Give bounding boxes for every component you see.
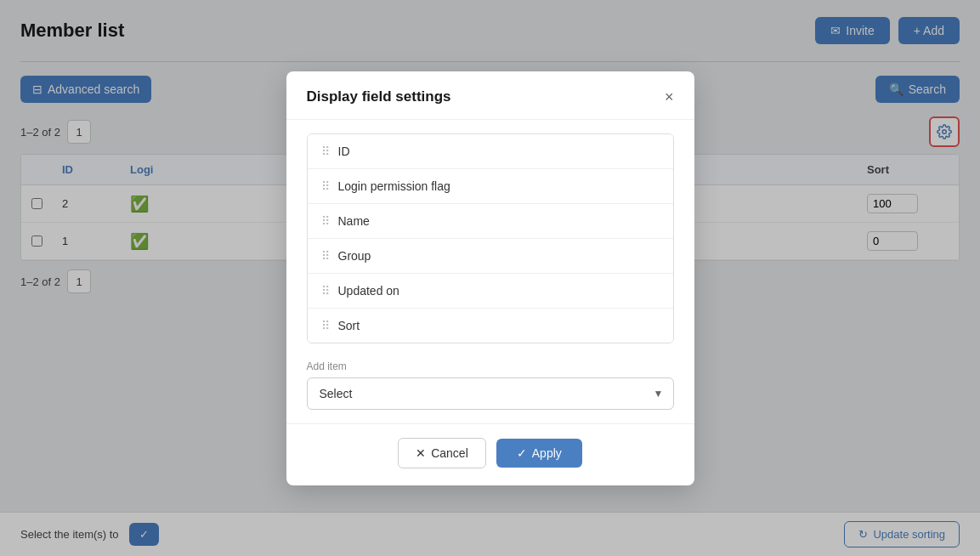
list-item: ⠿ Sort bbox=[308, 309, 673, 343]
add-item-label: Add item bbox=[307, 360, 674, 372]
drag-handle-icon[interactable]: ⠿ bbox=[321, 214, 330, 228]
list-item: ⠿ Group bbox=[308, 239, 673, 274]
add-item-select[interactable]: Select bbox=[307, 377, 674, 410]
display-field-settings-modal: Display field settings × ⠿ ID ⠿ Login pe… bbox=[286, 71, 694, 485]
field-label: Group bbox=[338, 249, 371, 263]
drag-handle-icon[interactable]: ⠿ bbox=[321, 284, 330, 298]
drag-handle-icon[interactable]: ⠿ bbox=[321, 249, 330, 263]
modal-body: ⠿ ID ⠿ Login permission flag ⠿ Name ⠿ Gr… bbox=[286, 120, 694, 423]
modal-close-button[interactable]: × bbox=[665, 89, 674, 105]
apply-button[interactable]: ✓ Apply bbox=[496, 439, 582, 468]
modal-footer: ✕ Cancel ✓ Apply bbox=[286, 423, 694, 485]
modal-overlay: Display field settings × ⠿ ID ⠿ Login pe… bbox=[0, 0, 980, 556]
field-label: Sort bbox=[338, 319, 360, 332]
field-label: ID bbox=[338, 145, 350, 158]
check-circle-icon: ✓ bbox=[517, 446, 527, 460]
field-label: Name bbox=[338, 214, 370, 228]
drag-handle-icon[interactable]: ⠿ bbox=[321, 145, 330, 158]
field-label: Updated on bbox=[338, 284, 399, 298]
drag-handle-icon[interactable]: ⠿ bbox=[321, 179, 330, 193]
modal-header: Display field settings × bbox=[286, 71, 694, 120]
modal-title: Display field settings bbox=[307, 88, 451, 105]
list-item: ⠿ Login permission flag bbox=[308, 169, 673, 204]
add-item-select-wrapper: Select ▼ bbox=[307, 377, 674, 410]
list-item: ⠿ Name bbox=[308, 204, 673, 239]
x-icon: ✕ bbox=[416, 446, 426, 460]
list-item: ⠿ Updated on bbox=[308, 274, 673, 309]
field-label: Login permission flag bbox=[338, 179, 450, 193]
field-list: ⠿ ID ⠿ Login permission flag ⠿ Name ⠿ Gr… bbox=[307, 133, 674, 343]
cancel-button[interactable]: ✕ Cancel bbox=[398, 438, 486, 468]
list-item: ⠿ ID bbox=[308, 134, 673, 169]
drag-handle-icon[interactable]: ⠿ bbox=[321, 319, 330, 332]
